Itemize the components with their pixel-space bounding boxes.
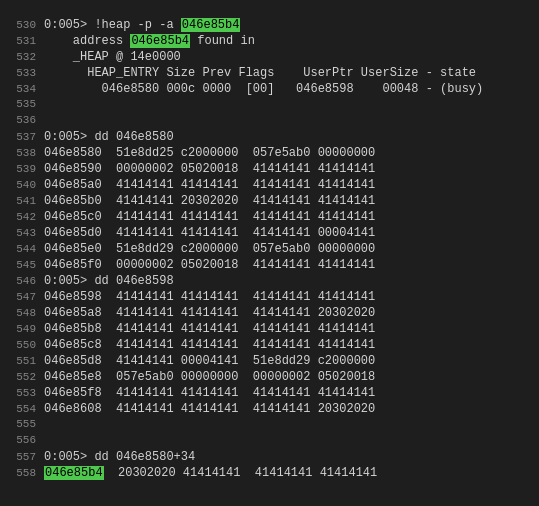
line-539: 539 046e8590 00000002 05020018 41414141 … [0,162,539,178]
line-554: 554 046e8608 41414141 41414141 41414141 … [0,402,539,418]
line-557: 557 0:005> dd 046e8580+34 [0,450,539,466]
line-number: 545 [4,259,36,271]
line-number: 556 [4,434,36,446]
line-number: 554 [4,403,36,415]
line-number: 534 [4,83,36,95]
line-number: 539 [4,163,36,175]
line-number: 553 [4,387,36,399]
highlight-addr-530: 046e85b4 [181,18,241,32]
line-546: 546 0:005> dd 046e8598 [0,274,539,290]
line-550: 550 046e85c8 41414141 41414141 41414141 … [0,338,539,354]
line-number: 532 [4,51,36,63]
highlight-addr-558: 046e85b4 [44,466,104,480]
line-number: 536 [4,114,36,126]
line-number: 540 [4,179,36,191]
line-number: 533 [4,67,36,79]
line-531: 531 address 046e85b4 found in [0,34,539,50]
line-542: 542 046e85c0 41414141 41414141 41414141 … [0,210,539,226]
line-544: 544 046e85e0 51e8dd29 c2000000 057e5ab0 … [0,242,539,258]
line-number: 544 [4,243,36,255]
line-number: 552 [4,371,36,383]
line-number: 547 [4,291,36,303]
line-551: 551 046e85d8 41414141 00004141 51e8dd29 … [0,354,539,370]
line-number: 558 [4,467,36,479]
line-number: 546 [4,275,36,287]
line-558: 558 046e85b4 20302020 41414141 41414141 … [0,466,539,482]
line-number: 555 [4,418,36,430]
line-530: 530 0:005> !heap -p -a 046e85b4 [0,18,539,34]
line-number: 550 [4,339,36,351]
line-number: 541 [4,195,36,207]
line-number: 557 [4,451,36,463]
line-548: 548 046e85a8 41414141 41414141 41414141 … [0,306,539,322]
line-number: 531 [4,35,36,47]
line-552: 552 046e85e8 057e5ab0 00000000 00000002 … [0,370,539,386]
line-535: 535 [0,98,539,114]
line-number: 549 [4,323,36,335]
line-555: 555 [0,418,539,434]
line-529 [0,2,539,18]
line-number: 538 [4,147,36,159]
line-532: 532 _HEAP @ 14e0000 [0,50,539,66]
highlight-addr-531: 046e85b4 [130,34,190,48]
line-number: 551 [4,355,36,367]
line-545: 545 046e85f0 00000002 05020018 41414141 … [0,258,539,274]
line-number: 542 [4,211,36,223]
line-556: 556 [0,434,539,450]
line-549: 549 046e85b8 41414141 41414141 41414141 … [0,322,539,338]
line-534: 534 046e8580 000c 0000 [00] 046e8598 000… [0,82,539,98]
line-number: 543 [4,227,36,239]
line-537: 537 0:005> dd 046e8580 [0,130,539,146]
cmd-text: 0:005> !heap -p -a [44,18,181,32]
line-number: 535 [4,98,36,110]
line-540: 540 046e85a0 41414141 41414141 41414141 … [0,178,539,194]
line-number: 530 [4,19,36,31]
line-number: 548 [4,307,36,319]
line-533: 533 HEAP_ENTRY Size Prev Flags UserPtr U… [0,66,539,82]
line-536: 536 [0,114,539,130]
line-543: 543 046e85d0 41414141 41414141 41414141 … [0,226,539,242]
line-553: 553 046e85f8 41414141 41414141 41414141 … [0,386,539,402]
terminal-window: 530 0:005> !heap -p -a 046e85b4 531 addr… [0,0,539,484]
line-number: 537 [4,131,36,143]
line-538: 538 046e8580 51e8dd25 c2000000 057e5ab0 … [0,146,539,162]
line-547: 547 046e8598 41414141 41414141 41414141 … [0,290,539,306]
line-541: 541 046e85b0 41414141 20302020 41414141 … [0,194,539,210]
